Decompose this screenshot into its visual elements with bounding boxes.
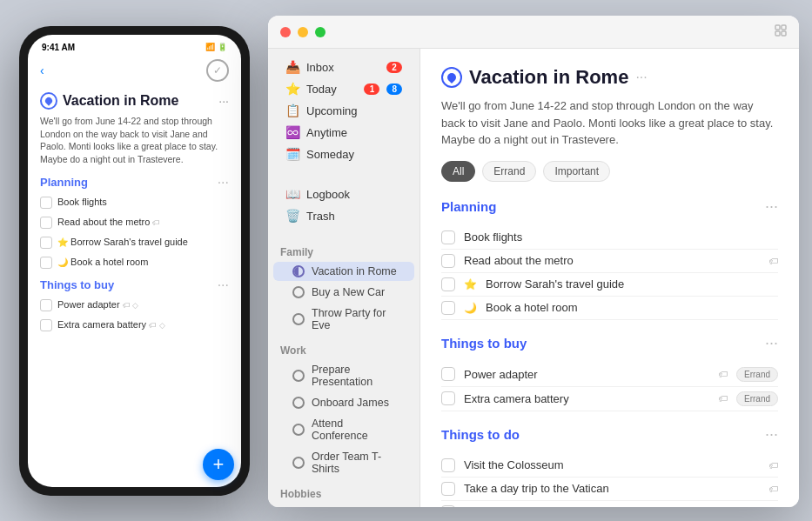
sidebar-item-inbox[interactable]: 📥 Inbox 2 [273,57,414,77]
phone-task-power-adapter[interactable]: Power adapter 🏷 ◇ [40,298,229,311]
task-checkbox[interactable] [441,230,455,244]
sidebar-item-today[interactable]: ⭐ Today 1 8 [273,78,414,99]
sidebar-item-tshirts[interactable]: Order Team T-Shirts [273,447,414,478]
filter-bar: All Errand Important [441,161,778,182]
phone-content: Vacation in Rome ··· We'll go from June … [28,85,241,487]
phone-fab-button[interactable]: + [203,449,234,480]
close-button[interactable] [280,27,291,37]
phone-task-camera-battery[interactable]: Extra camera battery 🏷 ◇ [40,318,229,331]
phone-section-buy-more[interactable]: ··· [218,277,229,293]
main-task-cooking-class[interactable]: Take a cooking class [441,501,778,508]
sidebar-item-buy-car[interactable]: Buy a New Car [273,283,414,302]
phone-task-borrow-guide[interactable]: ⭐ Borrow Sarah's travel guide [40,236,229,249]
phone-task-book-flights[interactable]: Book flights [40,196,229,209]
main-task-colosseum[interactable]: Visit the Colosseum 🏷 [441,454,778,478]
main-content: Vacation in Rome ··· We'll go from June … [420,49,799,507]
main-section-planning: Planning ··· Book flights Read about the… [441,197,778,320]
filter-all-button[interactable]: All [441,161,475,182]
main-task-hotel[interactable]: 🌙 Book a hotel room [441,297,778,320]
task-checkbox[interactable] [441,367,455,381]
tag-icon: 🏷 ◇ [149,321,165,330]
sidebar-item-anytime[interactable]: ♾️ Anytime [273,122,414,143]
phone-checkbox[interactable] [40,217,52,229]
main-task-camera-battery[interactable]: Extra camera battery 🏷 Errand [441,387,778,411]
phone-task-read-metro[interactable]: Read about the metro 🏷 [40,216,229,229]
phone-checkbox[interactable] [40,237,52,249]
phone-section-buy-title: Things to buy [40,278,114,291]
sidebar-item-trash[interactable]: 🗑️ Trash [273,205,414,226]
project-icon-vacation [292,265,305,277]
task-checkbox[interactable] [441,277,455,291]
tag-icon: 🏷 [768,484,778,494]
task-checkbox[interactable] [441,505,455,508]
things-to-do-title: Things to do [441,427,520,442]
filter-errand-button[interactable]: Errand [482,161,536,182]
phone-checkbox[interactable] [40,319,52,331]
window-titlebar [268,16,799,49]
back-chevron-icon: ‹ [40,63,44,77]
sidebar-item-upcoming[interactable]: 📋 Upcoming [273,100,414,121]
phone-task-icon [40,92,57,110]
upcoming-icon: 📋 [285,104,299,117]
sidebar-item-party[interactable]: Throw Party for Eve [273,304,414,335]
task-checkbox[interactable] [441,254,455,268]
things-to-buy-more[interactable]: ··· [765,334,778,352]
svg-rect-2 [775,31,780,36]
phone-section-planning-more[interactable]: ··· [218,175,229,190]
sidebar-upcoming-label: Upcoming [306,104,402,117]
task-checkbox[interactable] [441,301,455,315]
today-icon: ⭐ [285,82,299,96]
project-icon-tshirts [292,457,305,469]
task-text: Read about the metro [464,254,760,267]
task-checkbox[interactable] [441,482,455,496]
sidebar-item-conference[interactable]: Attend Conference [273,414,414,445]
project-icon-party [292,313,305,325]
main-task-read-metro[interactable]: Read about the metro 🏷 [441,250,778,273]
task-checkbox[interactable] [441,458,455,472]
main-dots[interactable]: ··· [635,70,647,85]
phone-task-label: Book flights [57,196,107,208]
phone-dots[interactable]: ··· [218,94,229,108]
phone-back-button[interactable]: ‹ [40,63,44,77]
main-task-book-flights[interactable]: Book flights [441,226,778,250]
planning-section-more[interactable]: ··· [765,197,778,216]
task-checkbox[interactable] [441,391,455,405]
phone-complete-button[interactable]: ✓ [206,59,229,82]
phone-section-planning-title: Planning [40,176,88,189]
sidebar: 📥 Inbox 2 ⭐ Today 1 8 📋 Upcoming ♾️ Anyt… [268,49,420,507]
app-window: 📥 Inbox 2 ⭐ Today 1 8 📋 Upcoming ♾️ Anyt… [268,16,799,507]
project-icon-presentation [292,370,305,382]
sidebar-group-hobbies-header: Hobbies [268,479,419,503]
moon-icon: 🌙 [464,302,477,314]
task-text: Extra camera battery [464,392,709,405]
sidebar-item-vacation-rome[interactable]: Vacation in Rome [273,262,414,281]
task-text: Book flights [464,230,778,244]
sidebar-item-someday[interactable]: 🗓️ Someday [273,144,414,164]
project-icon-onboard [292,397,305,409]
main-task-power-adapter[interactable]: Power adapter 🏷 Errand [441,363,778,387]
phone-task-hotel[interactable]: 🌙 Book a hotel room [40,256,229,269]
main-task-borrow-guide[interactable]: ⭐ Borrow Sarah's travel guide [441,273,778,297]
minimize-button[interactable] [298,27,308,37]
phone-title-row: Vacation in Rome ··· [40,92,229,110]
sidebar-item-logbook[interactable]: 📖 Logbook [273,184,414,204]
main-section-things-to-buy: Things to buy ··· Power adapter 🏷 Errand… [441,334,778,411]
filter-important-button[interactable]: Important [543,161,610,182]
phone-checkbox[interactable] [40,299,52,311]
phone-task-icon-inner [44,96,53,105]
errand-badge: Errand [736,391,778,406]
conference-label: Attend Conference [312,417,402,442]
maximize-button[interactable] [315,27,325,37]
phone-task-label: Read about the metro 🏷 [57,216,160,229]
errand-badge: Errand [736,367,778,382]
today-badge-blue: 8 [386,83,402,95]
phone-checkbox[interactable] [40,257,52,269]
planning-section-title: Planning [441,199,496,214]
sidebar-item-onboard[interactable]: Onboard James [273,393,414,412]
things-to-do-more[interactable]: ··· [765,425,778,444]
main-task-vatican[interactable]: Take a day trip to the Vatican 🏷 [441,478,778,501]
sidebar-item-italian[interactable]: Learn Basic Italian [273,504,414,507]
phone-checkbox[interactable] [40,197,52,209]
sidebar-item-presentation[interactable]: Prepare Presentation [273,360,414,391]
sidebar-someday-label: Someday [306,148,402,161]
